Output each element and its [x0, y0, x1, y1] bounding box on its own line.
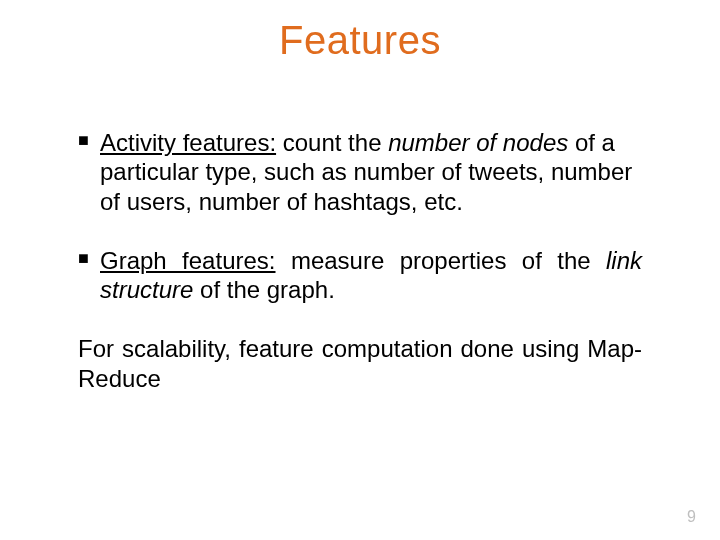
bullet-text: measure properties of the — [276, 247, 606, 274]
page-number: 9 — [687, 508, 696, 526]
square-bullet-icon: ■ — [78, 131, 89, 149]
bullet-text: of the graph. — [193, 276, 334, 303]
slide: Features ■ Activity features: count the … — [0, 0, 720, 540]
bullet-graph-features: ■ Graph features: measure properties of … — [78, 246, 642, 305]
bullet-label: Graph features: — [100, 247, 276, 274]
slide-body: ■ Activity features: count the number of… — [78, 128, 642, 423]
bullet-text: count the — [276, 129, 388, 156]
bullet-text: For scalability, feature computation don… — [78, 335, 642, 391]
bullet-activity-features: ■ Activity features: count the number of… — [78, 128, 642, 216]
slide-title: Features — [0, 18, 720, 63]
bullet-italic: number of nodes — [388, 129, 568, 156]
square-bullet-icon: ■ — [78, 249, 89, 267]
bullet-label: Activity features: — [100, 129, 276, 156]
bullet-scalability: For scalability, feature computation don… — [78, 334, 642, 393]
